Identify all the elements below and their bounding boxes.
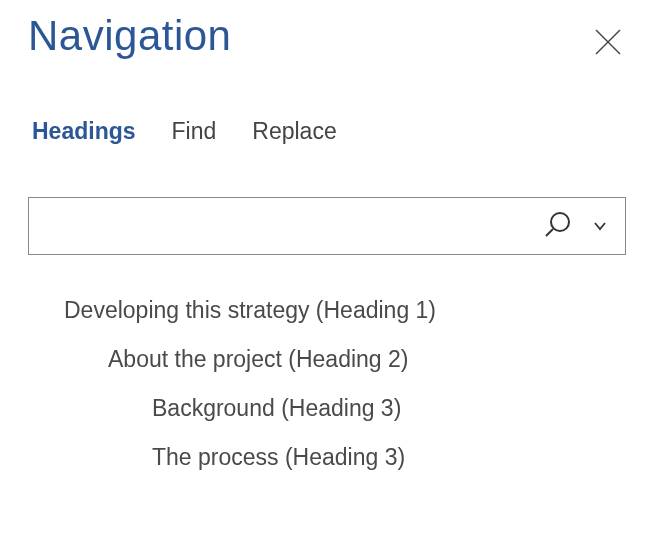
close-button[interactable] xyxy=(584,18,632,70)
heading-item[interactable]: The process (Heading 3) xyxy=(64,444,626,471)
tab-headings[interactable]: Headings xyxy=(32,118,136,145)
heading-item[interactable]: Background (Heading 3) xyxy=(64,395,626,422)
headings-list: Developing this strategy (Heading 1) Abo… xyxy=(28,297,626,471)
close-icon xyxy=(592,26,624,58)
search-button[interactable] xyxy=(543,209,573,243)
search-box xyxy=(28,197,626,255)
heading-item[interactable]: About the project (Heading 2) xyxy=(64,346,626,373)
tab-bar: Headings Find Replace xyxy=(28,118,626,145)
tab-replace[interactable]: Replace xyxy=(252,118,336,145)
svg-line-3 xyxy=(546,229,553,236)
search-icon xyxy=(543,209,573,239)
svg-point-2 xyxy=(551,213,569,231)
chevron-down-icon xyxy=(593,221,607,231)
panel-header: Navigation xyxy=(28,12,626,70)
tab-find[interactable]: Find xyxy=(172,118,217,145)
search-input[interactable] xyxy=(41,198,527,254)
heading-item[interactable]: Developing this strategy (Heading 1) xyxy=(64,297,626,324)
panel-title: Navigation xyxy=(28,12,231,60)
search-options-dropdown[interactable] xyxy=(589,213,611,239)
